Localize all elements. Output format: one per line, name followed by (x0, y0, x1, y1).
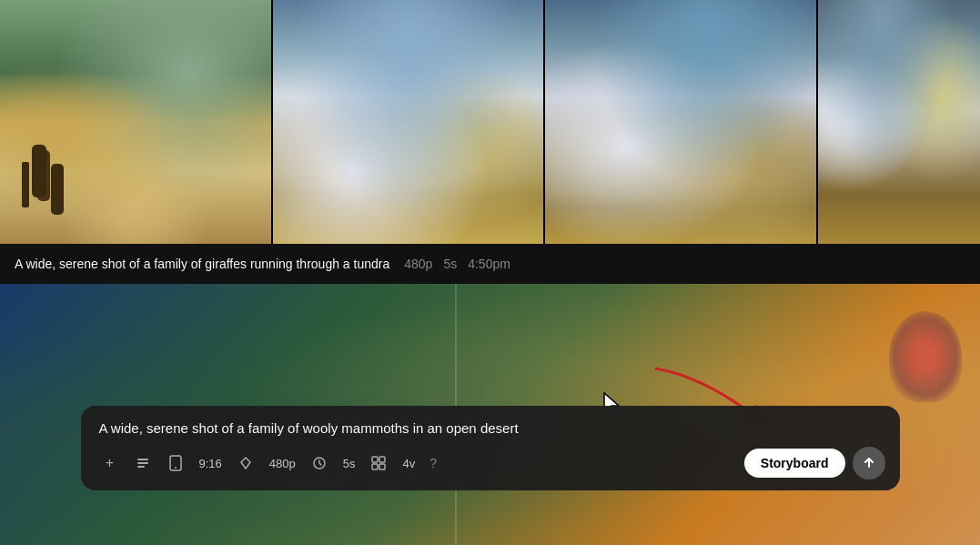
prompt-text: A wide, serene shot of a family of wooly… (96, 420, 885, 436)
grid-icon-button[interactable] (364, 449, 393, 478)
grid-icon (371, 456, 386, 470)
help-button[interactable]: ? (424, 452, 442, 474)
resolution-value: 480p (269, 457, 296, 470)
svg-rect-8 (379, 457, 385, 462)
quality-icon-button[interactable] (231, 449, 260, 478)
mobile-icon (169, 455, 182, 471)
info-bar: A wide, serene shot of a family of giraf… (0, 244, 980, 284)
video-cell-4 (818, 0, 981, 244)
prompt-bar: A wide, serene shot of a family of wooly… (81, 406, 900, 490)
video-resolution: 480p (404, 257, 432, 271)
svg-point-5 (175, 467, 177, 469)
duration-icon-button[interactable] (305, 449, 334, 478)
video-cell-3 (545, 0, 816, 244)
video-cell-2 (273, 0, 544, 244)
svg-rect-1 (137, 459, 148, 460)
svg-rect-10 (379, 464, 385, 469)
storyboard-button[interactable]: Storyboard (744, 449, 845, 478)
mobile-icon-button[interactable] (161, 449, 190, 478)
diamond-icon (238, 456, 253, 470)
video-time: 4:50pm (468, 257, 510, 271)
upload-icon (862, 456, 876, 470)
svg-rect-7 (372, 457, 378, 462)
grid-count-value: 4v (402, 457, 415, 470)
duration-selector[interactable]: 5s (338, 453, 361, 474)
clock-icon (312, 456, 327, 470)
help-label: ? (429, 456, 437, 470)
duration-value: 5s (343, 457, 356, 470)
add-button[interactable]: + (96, 449, 125, 478)
svg-rect-9 (372, 464, 378, 469)
aspect-ratio-selector[interactable]: 9:16 (194, 453, 227, 474)
aspect-ratio-value: 9:16 (199, 457, 222, 470)
resolution-selector[interactable]: 480p (264, 453, 301, 474)
video-duration: 5s (443, 257, 457, 271)
video-cell-1 (0, 0, 271, 244)
list-icon (136, 456, 150, 470)
bird-decoration (889, 311, 962, 402)
prompt-toolbar: + 9:16 480p (96, 447, 885, 479)
prompt-list-button[interactable] (128, 449, 157, 478)
video-description: A wide, serene shot of a family of giraf… (15, 257, 389, 271)
video-meta: 480p 5s 4:50pm (404, 257, 510, 271)
grid-count-selector[interactable]: 4v (397, 453, 420, 474)
video-grid (0, 0, 980, 244)
svg-rect-3 (137, 466, 145, 468)
submit-button[interactable] (853, 447, 885, 479)
svg-rect-2 (137, 462, 148, 464)
